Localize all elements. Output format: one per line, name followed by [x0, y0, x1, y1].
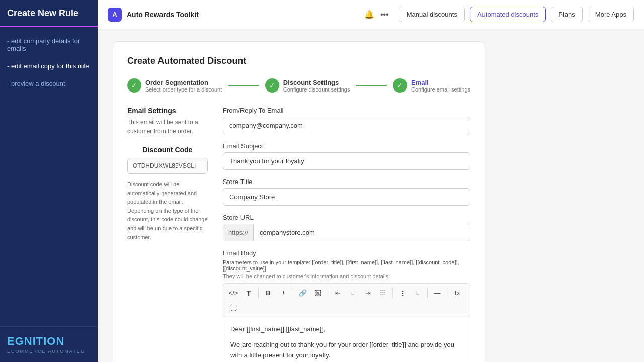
from-email-label: From/Reply To Email: [223, 107, 470, 114]
card-title: Create Automated Discount: [127, 56, 470, 66]
toolbar-align-center-btn[interactable]: ≡: [346, 286, 360, 300]
discount-code-desc: Discount code will be automatically gene…: [127, 180, 208, 242]
content: Create Automated Discount ✓ Order Segmen…: [98, 29, 644, 362]
step-email: ✓ Email Configure email settings: [393, 78, 470, 93]
plans-button[interactable]: Plans: [551, 7, 583, 22]
logo-sub: ECOMMERCE AUTOMATED: [7, 349, 91, 354]
sidebar: Create New Rule - edit company details f…: [0, 0, 98, 362]
discount-code-value: OTDHDUXWL85VSCLI: [127, 158, 208, 174]
toolbar-list-ul-btn[interactable]: ⋮: [395, 286, 410, 300]
params-note: They will be changed to customer's infor…: [223, 273, 470, 279]
sidebar-logo: EGNITION ECOMMERCE AUTOMATED: [0, 326, 98, 362]
from-email-input[interactable]: [223, 117, 470, 134]
step-check-2: ✓: [265, 78, 279, 93]
url-input-wrap: https://: [223, 224, 470, 241]
main-card: Create Automated Discount ✓ Order Segmen…: [113, 41, 485, 362]
sidebar-item-email-copy[interactable]: - edit email copy for this rule: [0, 57, 98, 75]
step1-sublabel: Select order type for a discount: [145, 86, 222, 93]
toolbar-code-btn[interactable]: </>: [226, 286, 240, 300]
stepper: ✓ Order Segmentation Select order type f…: [127, 78, 470, 93]
params-text: Parameters to use in your template: [[or…: [223, 259, 470, 272]
notification-icon[interactable]: 🔔: [364, 10, 374, 19]
topbar-icons: 🔔 •••: [364, 10, 389, 19]
store-title-label: Store Title: [223, 178, 470, 186]
toolbar-image-btn[interactable]: 🖼: [311, 286, 325, 300]
email-body-line2: We are reaching out to thank you for you…: [230, 340, 463, 361]
toolbar-clear-btn[interactable]: Tx: [450, 286, 464, 300]
from-email-group: From/Reply To Email: [223, 107, 470, 134]
more-icon[interactable]: •••: [380, 10, 389, 19]
step-check-3: ✓: [393, 78, 407, 93]
store-title-group: Store Title: [223, 178, 470, 206]
editor-body[interactable]: Dear [[first_name]] [[last_name]], We ar…: [223, 317, 470, 362]
store-title-input[interactable]: [223, 188, 470, 206]
email-body-group: Email Body Parameters to use in your tem…: [223, 249, 470, 362]
toolbar-align-right-btn[interactable]: ⇥: [361, 286, 375, 300]
url-prefix: https://: [223, 224, 254, 241]
step2-sublabel: Configure discount settings: [283, 86, 350, 93]
toolbar-fullscreen-btn[interactable]: ⛶: [226, 301, 240, 315]
store-url-group: Store URL https://: [223, 214, 470, 241]
email-settings-title: Email Settings: [127, 107, 208, 115]
step-discount-settings: ✓ Discount Settings Configure discount s…: [265, 78, 350, 93]
toolbar-italic-btn[interactable]: I: [276, 286, 290, 300]
sidebar-title: Create New Rule: [0, 0, 98, 27]
toolbar-align-left-btn[interactable]: ⇤: [331, 286, 345, 300]
toolbar-divider-2: [293, 288, 293, 298]
discount-code-box: Discount Code OTDHDUXWL85VSCLI Discount …: [127, 146, 208, 242]
more-apps-button[interactable]: More Apps: [588, 7, 634, 22]
toolbar-list-ol-btn[interactable]: ≡: [411, 286, 425, 300]
editor-toolbar: </> T B I 🔗 🖼 ⇤ ≡ ⇥ ☰: [223, 283, 470, 317]
app-name: Auto Rewards Toolkit: [127, 11, 359, 19]
step3-label: Email: [411, 79, 470, 86]
store-url-label: Store URL: [223, 214, 470, 221]
step3-sublabel: Configure email settings: [411, 86, 470, 93]
sidebar-item-preview[interactable]: - preview a discount: [0, 75, 98, 93]
discount-code-title: Discount Code: [127, 146, 208, 154]
toolbar-link-btn[interactable]: 🔗: [296, 286, 310, 300]
app-icon: A: [108, 8, 122, 22]
email-body-label: Email Body: [223, 249, 470, 257]
toolbar-hr-btn[interactable]: —: [430, 286, 444, 300]
logo-brand: EGNITION: [7, 335, 91, 348]
form-right: From/Reply To Email Email Subject Store …: [223, 107, 470, 362]
email-body-line1: Dear [[first_name]] [[last_name]],: [230, 324, 463, 335]
toolbar-bold-btn[interactable]: B: [261, 286, 275, 300]
toolbar-divider-5: [427, 288, 428, 298]
main: A Auto Rewards Toolkit 🔔 ••• Manual disc…: [98, 0, 644, 362]
step1-label: Order Segmentation: [145, 79, 222, 86]
sidebar-nav: - edit company details for emails - edit…: [0, 27, 98, 326]
step-divider-1: [228, 85, 259, 86]
toolbar-divider-6: [447, 288, 447, 298]
toolbar-divider-4: [392, 288, 393, 298]
toolbar-heading-btn[interactable]: T: [242, 286, 256, 300]
form-left: Email Settings This email will be sent t…: [127, 107, 208, 362]
email-subject-input[interactable]: [223, 152, 470, 170]
email-subject-group: Email Subject: [223, 142, 470, 170]
sidebar-item-company[interactable]: - edit company details for emails: [0, 32, 98, 57]
manual-discounts-button[interactable]: Manual discounts: [399, 7, 465, 22]
step-divider-2: [356, 85, 387, 86]
step-check-1: ✓: [127, 78, 141, 93]
logo-e: E: [7, 335, 15, 347]
toolbar-align-justify-btn[interactable]: ☰: [376, 286, 390, 300]
topbar: A Auto Rewards Toolkit 🔔 ••• Manual disc…: [98, 0, 644, 29]
toolbar-divider-1: [258, 288, 259, 298]
store-url-input[interactable]: [254, 224, 470, 241]
form-layout: Email Settings This email will be sent t…: [127, 107, 470, 362]
automated-discounts-button[interactable]: Automated discounts: [470, 7, 546, 22]
logo-rest: GNITION: [15, 335, 65, 347]
step2-label: Discount Settings: [283, 79, 350, 86]
email-settings-desc: This email will be sent to a customer fr…: [127, 118, 208, 136]
step-order-segmentation: ✓ Order Segmentation Select order type f…: [127, 78, 222, 93]
email-subject-label: Email Subject: [223, 142, 470, 150]
toolbar-divider-3: [328, 288, 328, 298]
